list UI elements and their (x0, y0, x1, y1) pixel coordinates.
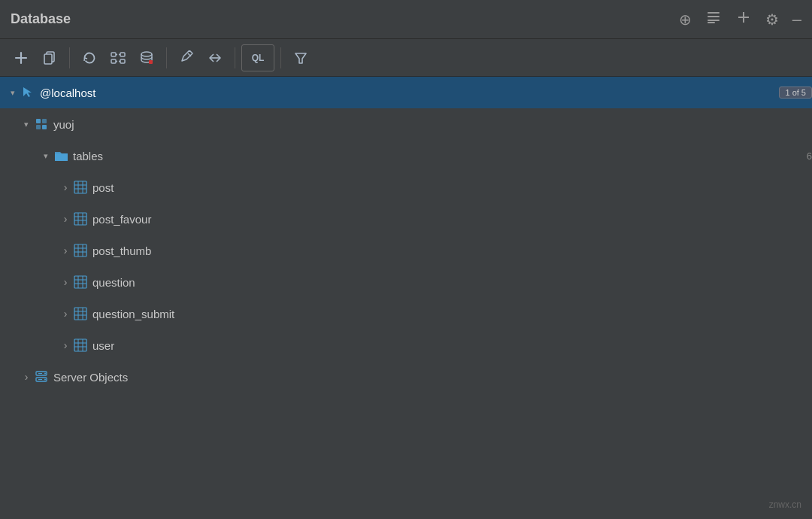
user-label: user (92, 339, 812, 352)
svg-rect-9 (44, 54, 52, 64)
tables-chevron[interactable] (39, 149, 53, 162)
split-icon[interactable] (735, 9, 752, 29)
svg-rect-3 (707, 22, 715, 23)
question-submit-label: question_submit (92, 308, 812, 320)
yuoj-label: yuoj (53, 118, 812, 131)
database-icon (33, 116, 50, 132)
plus-circle-icon[interactable]: ⊕ (679, 11, 692, 29)
svg-rect-11 (120, 53, 125, 56)
svg-rect-23 (42, 119, 47, 123)
jump-button[interactable] (201, 44, 229, 71)
settings-icon[interactable]: ⚙ (765, 11, 779, 29)
connection-badge: 1 of 5 (779, 86, 812, 99)
server-objects-label: Server Objects (53, 371, 812, 384)
table-icon-post-favour (72, 211, 89, 227)
tables-label: tables (73, 150, 801, 162)
tree-area: @localhost 1 of 5 yuoj tables 6 (0, 77, 812, 519)
question-submit-row[interactable]: question_submit (0, 298, 812, 329)
svg-point-59 (44, 373, 46, 375)
svg-rect-24 (36, 125, 41, 129)
user-row[interactable]: user (0, 329, 812, 361)
post-chevron[interactable] (59, 181, 72, 194)
separator-4 (280, 47, 281, 68)
localhost-row[interactable]: @localhost 1 of 5 (0, 77, 812, 108)
post-favour-label: post_favour (92, 213, 812, 226)
post-thumb-row[interactable]: post_thumb (0, 235, 812, 266)
server-icon (33, 369, 50, 385)
watermark: znwx.cn (769, 499, 801, 510)
svg-rect-13 (120, 59, 125, 63)
svg-rect-1 (707, 16, 720, 17)
separator-3 (235, 47, 235, 68)
table-icon-post-thumb (72, 242, 89, 259)
question-label: question (92, 276, 812, 289)
svg-rect-26 (55, 153, 68, 161)
svg-rect-37 (74, 244, 86, 256)
separator-1 (69, 47, 70, 68)
localhost-chevron[interactable] (6, 86, 20, 99)
svg-rect-47 (74, 308, 86, 320)
filter-button[interactable] (287, 44, 314, 71)
svg-rect-52 (74, 339, 86, 351)
svg-rect-32 (74, 213, 86, 225)
separator-2 (166, 47, 167, 68)
database-button[interactable] (133, 44, 160, 71)
post-favour-chevron[interactable] (59, 212, 72, 226)
align-top-icon[interactable] (705, 9, 722, 29)
svg-rect-27 (74, 181, 86, 193)
copy-button[interactable] (36, 44, 63, 71)
question-submit-chevron[interactable] (59, 307, 72, 320)
server-objects-chevron[interactable] (20, 370, 33, 384)
svg-point-16 (141, 52, 152, 56)
edit-button[interactable] (173, 44, 200, 71)
svg-rect-17 (149, 60, 153, 64)
post-row[interactable]: post (0, 171, 812, 203)
table-icon-user (72, 337, 89, 354)
user-chevron[interactable] (59, 338, 72, 352)
svg-rect-42 (74, 276, 86, 288)
table-icon-question (72, 274, 89, 290)
more-icon[interactable]: – (792, 10, 801, 29)
svg-rect-0 (707, 12, 720, 14)
svg-rect-22 (36, 119, 41, 123)
svg-rect-10 (111, 53, 116, 56)
localhost-label: @localhost (40, 86, 771, 99)
svg-marker-21 (23, 87, 32, 97)
tables-row[interactable]: tables 6 (0, 140, 812, 171)
post-thumb-label: post_thumb (92, 244, 812, 257)
app-title: Database (11, 11, 71, 27)
server-objects-row[interactable]: Server Objects (0, 361, 812, 393)
post-thumb-chevron[interactable] (59, 244, 72, 257)
title-bar: Database ⊕ ⚙ – (0, 0, 812, 39)
post-label: post (92, 181, 812, 194)
add-button[interactable] (8, 44, 35, 71)
svg-point-60 (44, 379, 46, 381)
toolbar: QL (0, 39, 812, 77)
yuoj-row[interactable]: yuoj (0, 108, 812, 140)
query-button[interactable]: QL (241, 44, 274, 71)
folder-icon (53, 147, 69, 164)
question-row[interactable]: question (0, 266, 812, 298)
yuoj-chevron[interactable] (20, 117, 33, 131)
title-bar-actions: ⊕ ⚙ – (679, 9, 801, 29)
question-chevron[interactable] (59, 275, 72, 289)
svg-marker-20 (295, 53, 306, 63)
table-icon-post (72, 179, 89, 196)
schema-button[interactable] (105, 44, 132, 71)
cursor-icon (20, 84, 36, 101)
svg-rect-2 (707, 20, 720, 21)
refresh-button[interactable] (76, 44, 103, 71)
tables-count: 6 (807, 150, 812, 162)
svg-rect-12 (111, 59, 116, 63)
svg-rect-25 (42, 125, 47, 129)
post-favour-row[interactable]: post_favour (0, 203, 812, 235)
table-icon-question-submit (72, 305, 89, 322)
